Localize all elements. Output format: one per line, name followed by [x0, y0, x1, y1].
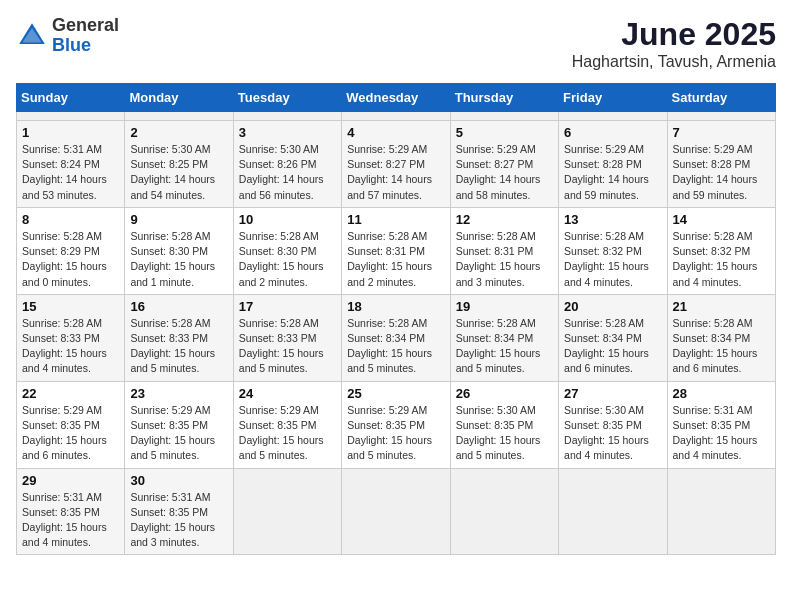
day-cell — [125, 112, 233, 121]
day-info: Sunrise: 5:28 AM Sunset: 8:33 PM Dayligh… — [239, 316, 336, 377]
day-number: 7 — [673, 125, 770, 140]
day-cell — [667, 112, 775, 121]
day-number: 24 — [239, 386, 336, 401]
day-info: Sunrise: 5:28 AM Sunset: 8:33 PM Dayligh… — [130, 316, 227, 377]
day-number: 14 — [673, 212, 770, 227]
day-cell: 17Sunrise: 5:28 AM Sunset: 8:33 PM Dayli… — [233, 294, 341, 381]
day-number: 25 — [347, 386, 444, 401]
header-row: SundayMondayTuesdayWednesdayThursdayFrid… — [17, 84, 776, 112]
day-cell — [559, 468, 667, 555]
day-cell: 3Sunrise: 5:30 AM Sunset: 8:26 PM Daylig… — [233, 121, 341, 208]
day-number: 10 — [239, 212, 336, 227]
day-number: 12 — [456, 212, 553, 227]
header-cell-friday: Friday — [559, 84, 667, 112]
day-number: 1 — [22, 125, 119, 140]
day-cell: 5Sunrise: 5:29 AM Sunset: 8:27 PM Daylig… — [450, 121, 558, 208]
week-row-1 — [17, 112, 776, 121]
day-cell: 22Sunrise: 5:29 AM Sunset: 8:35 PM Dayli… — [17, 381, 125, 468]
day-cell: 11Sunrise: 5:28 AM Sunset: 8:31 PM Dayli… — [342, 207, 450, 294]
day-info: Sunrise: 5:29 AM Sunset: 8:35 PM Dayligh… — [22, 403, 119, 464]
day-info: Sunrise: 5:28 AM Sunset: 8:33 PM Dayligh… — [22, 316, 119, 377]
day-number: 29 — [22, 473, 119, 488]
calendar-table: SundayMondayTuesdayWednesdayThursdayFrid… — [16, 83, 776, 555]
day-cell: 14Sunrise: 5:28 AM Sunset: 8:32 PM Dayli… — [667, 207, 775, 294]
day-cell: 30Sunrise: 5:31 AM Sunset: 8:35 PM Dayli… — [125, 468, 233, 555]
day-cell: 21Sunrise: 5:28 AM Sunset: 8:34 PM Dayli… — [667, 294, 775, 381]
day-number: 19 — [456, 299, 553, 314]
day-number: 4 — [347, 125, 444, 140]
day-number: 28 — [673, 386, 770, 401]
day-info: Sunrise: 5:29 AM Sunset: 8:35 PM Dayligh… — [130, 403, 227, 464]
subtitle: Haghartsin, Tavush, Armenia — [572, 53, 776, 71]
header-cell-monday: Monday — [125, 84, 233, 112]
header: General Blue June 2025 Haghartsin, Tavus… — [16, 16, 776, 71]
day-info: Sunrise: 5:31 AM Sunset: 8:24 PM Dayligh… — [22, 142, 119, 203]
logo-icon — [16, 20, 48, 52]
day-cell — [17, 112, 125, 121]
day-cell: 2Sunrise: 5:30 AM Sunset: 8:25 PM Daylig… — [125, 121, 233, 208]
day-number: 22 — [22, 386, 119, 401]
day-info: Sunrise: 5:30 AM Sunset: 8:26 PM Dayligh… — [239, 142, 336, 203]
day-cell: 4Sunrise: 5:29 AM Sunset: 8:27 PM Daylig… — [342, 121, 450, 208]
day-number: 20 — [564, 299, 661, 314]
week-row-3: 8Sunrise: 5:28 AM Sunset: 8:29 PM Daylig… — [17, 207, 776, 294]
logo-text: General Blue — [52, 16, 119, 56]
day-info: Sunrise: 5:28 AM Sunset: 8:32 PM Dayligh… — [673, 229, 770, 290]
day-info: Sunrise: 5:28 AM Sunset: 8:34 PM Dayligh… — [673, 316, 770, 377]
day-number: 21 — [673, 299, 770, 314]
day-cell: 28Sunrise: 5:31 AM Sunset: 8:35 PM Dayli… — [667, 381, 775, 468]
day-info: Sunrise: 5:31 AM Sunset: 8:35 PM Dayligh… — [22, 490, 119, 551]
day-info: Sunrise: 5:30 AM Sunset: 8:35 PM Dayligh… — [564, 403, 661, 464]
day-number: 9 — [130, 212, 227, 227]
day-cell — [342, 112, 450, 121]
day-cell — [233, 112, 341, 121]
day-info: Sunrise: 5:29 AM Sunset: 8:27 PM Dayligh… — [347, 142, 444, 203]
day-number: 17 — [239, 299, 336, 314]
header-cell-thursday: Thursday — [450, 84, 558, 112]
day-number: 6 — [564, 125, 661, 140]
day-info: Sunrise: 5:31 AM Sunset: 8:35 PM Dayligh… — [130, 490, 227, 551]
day-cell: 16Sunrise: 5:28 AM Sunset: 8:33 PM Dayli… — [125, 294, 233, 381]
header-cell-tuesday: Tuesday — [233, 84, 341, 112]
day-number: 26 — [456, 386, 553, 401]
week-row-6: 29Sunrise: 5:31 AM Sunset: 8:35 PM Dayli… — [17, 468, 776, 555]
main-title: June 2025 — [572, 16, 776, 53]
logo: General Blue — [16, 16, 119, 56]
day-info: Sunrise: 5:28 AM Sunset: 8:34 PM Dayligh… — [564, 316, 661, 377]
day-cell: 6Sunrise: 5:29 AM Sunset: 8:28 PM Daylig… — [559, 121, 667, 208]
week-row-4: 15Sunrise: 5:28 AM Sunset: 8:33 PM Dayli… — [17, 294, 776, 381]
day-info: Sunrise: 5:28 AM Sunset: 8:34 PM Dayligh… — [456, 316, 553, 377]
header-cell-wednesday: Wednesday — [342, 84, 450, 112]
day-cell — [342, 468, 450, 555]
day-info: Sunrise: 5:28 AM Sunset: 8:30 PM Dayligh… — [239, 229, 336, 290]
day-cell: 24Sunrise: 5:29 AM Sunset: 8:35 PM Dayli… — [233, 381, 341, 468]
logo-blue: Blue — [52, 36, 119, 56]
day-cell: 7Sunrise: 5:29 AM Sunset: 8:28 PM Daylig… — [667, 121, 775, 208]
day-cell — [450, 112, 558, 121]
day-cell: 8Sunrise: 5:28 AM Sunset: 8:29 PM Daylig… — [17, 207, 125, 294]
day-number: 13 — [564, 212, 661, 227]
day-cell: 9Sunrise: 5:28 AM Sunset: 8:30 PM Daylig… — [125, 207, 233, 294]
day-number: 8 — [22, 212, 119, 227]
day-info: Sunrise: 5:29 AM Sunset: 8:28 PM Dayligh… — [564, 142, 661, 203]
day-info: Sunrise: 5:28 AM Sunset: 8:34 PM Dayligh… — [347, 316, 444, 377]
day-number: 5 — [456, 125, 553, 140]
day-info: Sunrise: 5:28 AM Sunset: 8:30 PM Dayligh… — [130, 229, 227, 290]
week-row-2: 1Sunrise: 5:31 AM Sunset: 8:24 PM Daylig… — [17, 121, 776, 208]
day-info: Sunrise: 5:28 AM Sunset: 8:29 PM Dayligh… — [22, 229, 119, 290]
day-cell: 27Sunrise: 5:30 AM Sunset: 8:35 PM Dayli… — [559, 381, 667, 468]
day-cell: 1Sunrise: 5:31 AM Sunset: 8:24 PM Daylig… — [17, 121, 125, 208]
day-cell: 23Sunrise: 5:29 AM Sunset: 8:35 PM Dayli… — [125, 381, 233, 468]
day-info: Sunrise: 5:29 AM Sunset: 8:27 PM Dayligh… — [456, 142, 553, 203]
day-number: 16 — [130, 299, 227, 314]
day-cell: 19Sunrise: 5:28 AM Sunset: 8:34 PM Dayli… — [450, 294, 558, 381]
week-row-5: 22Sunrise: 5:29 AM Sunset: 8:35 PM Dayli… — [17, 381, 776, 468]
day-number: 18 — [347, 299, 444, 314]
day-info: Sunrise: 5:28 AM Sunset: 8:31 PM Dayligh… — [456, 229, 553, 290]
day-cell: 10Sunrise: 5:28 AM Sunset: 8:30 PM Dayli… — [233, 207, 341, 294]
title-area: June 2025 Haghartsin, Tavush, Armenia — [572, 16, 776, 71]
day-number: 11 — [347, 212, 444, 227]
day-cell: 13Sunrise: 5:28 AM Sunset: 8:32 PM Dayli… — [559, 207, 667, 294]
day-cell — [559, 112, 667, 121]
day-cell: 12Sunrise: 5:28 AM Sunset: 8:31 PM Dayli… — [450, 207, 558, 294]
